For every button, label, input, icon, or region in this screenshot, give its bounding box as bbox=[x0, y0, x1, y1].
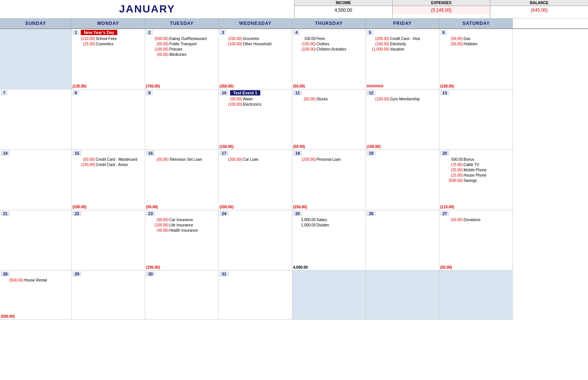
day-total: (150.00) bbox=[220, 145, 233, 149]
day-number: 26 bbox=[367, 211, 376, 216]
entry-amount: (500.00) bbox=[440, 178, 463, 183]
entry-amount: (100.00) bbox=[367, 42, 389, 47]
day-cell-31[interactable]: 31 bbox=[219, 271, 292, 320]
entry-desc: Gas bbox=[464, 36, 470, 42]
day-header-row: 11 bbox=[293, 90, 365, 96]
day-header-row: 20 bbox=[440, 151, 512, 157]
day-number: 8 bbox=[72, 90, 79, 95]
day-total: (50.00) bbox=[440, 265, 452, 269]
day-cell-24[interactable]: 24 bbox=[219, 210, 292, 271]
entry: (50.00)Water bbox=[220, 97, 291, 102]
entry: (25.00)Cosmetics bbox=[72, 42, 144, 47]
entry-desc: Dividen bbox=[316, 223, 329, 228]
day-cell-21[interactable]: 21 bbox=[0, 210, 72, 271]
day-number: 3 bbox=[220, 30, 226, 35]
day-total: (50.00) bbox=[293, 84, 305, 88]
day-cell-1[interactable]: 1New Year's Day(110.00)School Fees(25.00… bbox=[72, 29, 145, 89]
day-header-wednesday: WEDNESDAY bbox=[219, 18, 292, 28]
day-cell-26[interactable]: 26 bbox=[366, 210, 439, 271]
entry-desc: Mobile Phone bbox=[464, 168, 487, 173]
entry: (45.00)Health Insurance bbox=[146, 228, 218, 233]
entry-desc: Other Household bbox=[243, 42, 272, 47]
empty-cell[interactable] bbox=[366, 271, 439, 320]
entry-desc: Credit Card - Amex bbox=[96, 162, 128, 168]
entry-desc: House Phone bbox=[464, 173, 487, 178]
empty-cell[interactable] bbox=[0, 29, 72, 89]
day-number: 31 bbox=[220, 271, 229, 277]
entry-desc: Television Set Loan bbox=[169, 157, 202, 162]
day-header-row: 31 bbox=[220, 271, 291, 277]
entry: (100.00)Petcare bbox=[146, 47, 218, 52]
day-cell-22[interactable]: 22 bbox=[72, 210, 145, 271]
entry-desc: Cosmetics bbox=[96, 42, 114, 47]
day-header-row: 6 bbox=[440, 30, 512, 36]
day-number: 20 bbox=[440, 151, 449, 156]
entry: (200.00)Credit Card - Visa bbox=[367, 36, 438, 42]
entry-desc: House Rental bbox=[24, 278, 47, 283]
day-cell-2[interactable]: 2(500.00)Eating Out/Restaurant(50.00)Pub… bbox=[145, 29, 219, 89]
day-cell-8[interactable]: 8 bbox=[72, 89, 145, 150]
day-cell-6[interactable]: 6(50.00)Gas(50.00)Hobbies(100.00) bbox=[439, 29, 513, 89]
day-number: 2 bbox=[146, 30, 153, 35]
entry-amount: (100.00) bbox=[146, 223, 169, 228]
entry-desc: Public Transport bbox=[169, 42, 197, 47]
day-cell-14[interactable]: 14 bbox=[0, 150, 72, 210]
day-cell-10[interactable]: 10Test Event 1(50.00)Water(100.00)Electr… bbox=[219, 89, 292, 150]
day-number: 1 bbox=[72, 30, 79, 35]
page-title: JANUARY bbox=[0, 0, 294, 18]
entry-desc: Credit Card - Visa bbox=[390, 36, 420, 42]
day-header-thursday: THURSDAY bbox=[292, 18, 366, 28]
day-cell-11[interactable]: 11(50.00)Stocks(50.00) bbox=[292, 89, 366, 150]
entry: (50.00)Hobbies bbox=[440, 42, 512, 47]
entry-amount: (50.00) bbox=[440, 42, 463, 47]
day-number: 7 bbox=[1, 90, 8, 95]
day-cell-25[interactable]: 253,000.00Salary1,000.00Dividen4,000.00 bbox=[292, 210, 366, 271]
day-number: 29 bbox=[72, 271, 81, 277]
day-cell-28[interactable]: 28(500.00)House Rental(500.00) bbox=[0, 271, 72, 320]
entry-amount: (15.00) bbox=[440, 173, 463, 178]
day-cell-3[interactable]: 3(250.00)Groceries(100.00)Other Househol… bbox=[219, 29, 292, 89]
day-cell-23[interactable]: 23(50.00)Car Insurance(100.00)Life Insur… bbox=[145, 210, 219, 271]
empty-cell[interactable] bbox=[439, 271, 513, 320]
day-cell-19[interactable]: 19 bbox=[366, 150, 439, 210]
day-cell-4[interactable]: 4150.00Fees(100.00)Clothes(100.00)Childr… bbox=[292, 29, 366, 89]
day-cell-7[interactable]: 7 bbox=[0, 89, 72, 150]
day-total: (250.00) bbox=[293, 205, 307, 209]
day-number: 18 bbox=[293, 151, 302, 156]
day-cell-27[interactable]: 27(50.00)Donations(50.00) bbox=[439, 210, 513, 271]
day-header-row: 29 bbox=[72, 271, 144, 277]
entry-desc: Children Activities bbox=[316, 47, 346, 52]
entry-desc: Health Insurance bbox=[169, 228, 198, 233]
day-number: 25 bbox=[293, 211, 302, 216]
day-cell-16[interactable]: 16(50.00)Television Set Loan(50.00) bbox=[145, 150, 219, 210]
empty-cell[interactable] bbox=[292, 271, 366, 320]
day-number: 17 bbox=[220, 151, 229, 156]
day-cell-18[interactable]: 18(250.00)Personal Loan(250.00) bbox=[292, 150, 366, 210]
day-cell-20[interactable]: 20500.00Bonus(75.00)Cable TV(25.00)Mobil… bbox=[439, 150, 513, 210]
entry: (50.00)Medicines bbox=[146, 52, 218, 57]
entry-amount: (1,000.00) bbox=[367, 47, 389, 52]
entry: (50.00)Stocks bbox=[293, 97, 365, 102]
day-cell-9[interactable]: 9 bbox=[145, 89, 219, 150]
balance-stat: BALANCE (645.00) bbox=[490, 0, 588, 18]
entry-amount: (200.00) bbox=[367, 36, 389, 42]
day-cell-17[interactable]: 17(200.00)Car Loan(200.00) bbox=[219, 150, 292, 210]
day-cell-13[interactable]: 13 bbox=[439, 89, 513, 150]
day-number: 24 bbox=[220, 211, 229, 216]
entry-amount: (50.00) bbox=[293, 97, 316, 102]
entry-amount: (50.00) bbox=[146, 42, 169, 47]
entry: (110.00)School Fees bbox=[72, 36, 144, 42]
balance-value: (645.00) bbox=[490, 6, 588, 14]
day-cell-15[interactable]: 15(50.00)Credit Card - Mastercard(150.00… bbox=[72, 150, 145, 210]
entry: (50.00)Car Insurance bbox=[146, 217, 218, 223]
day-total: (500.00) bbox=[1, 314, 15, 318]
day-cell-29[interactable]: 29 bbox=[72, 271, 145, 320]
day-header-row: 2 bbox=[146, 30, 218, 36]
entry-amount: (50.00) bbox=[146, 157, 169, 162]
day-number: 22 bbox=[72, 211, 81, 216]
day-cell-5[interactable]: 5(200.00)Credit Card - Visa(100.00)Elect… bbox=[366, 29, 439, 89]
day-cell-12[interactable]: 12(100.00)Gym Membership(100.00) bbox=[366, 89, 439, 150]
day-cell-30[interactable]: 30 bbox=[145, 271, 219, 320]
day-number: 16 bbox=[146, 151, 155, 156]
day-header-row: 19 bbox=[367, 151, 438, 157]
